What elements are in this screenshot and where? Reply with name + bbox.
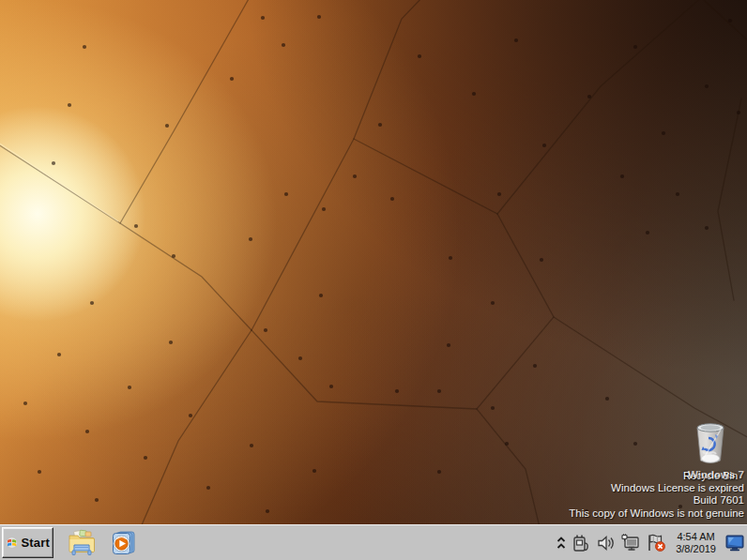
watermark-os-name: Windows 7 — [569, 469, 744, 482]
display-tray-button[interactable] — [725, 535, 744, 552]
power-tray-button[interactable] — [572, 534, 590, 552]
volume-tray-button[interactable] — [597, 535, 615, 552]
windows-explorer-launcher[interactable] — [68, 529, 96, 557]
network-tray-button[interactable] — [621, 534, 640, 552]
blue-monitor-icon — [725, 535, 744, 552]
windows-media-player-launcher[interactable] — [109, 529, 137, 557]
desktop-screen: Recycle Bin Windows 7 Windows License is… — [0, 0, 747, 560]
network-monitor-icon — [621, 534, 640, 552]
clock-date: 3/8/2019 — [676, 543, 716, 555]
taskbar-clock[interactable]: 4:54 AM 3/8/2019 — [676, 531, 716, 555]
show-hidden-icons-button[interactable] — [556, 536, 566, 551]
speaker-icon — [597, 535, 615, 552]
folder-icon — [68, 529, 96, 556]
taskbar: Start — [0, 524, 747, 560]
watermark-license-line: Windows License is expired — [569, 482, 744, 495]
media-player-icon — [110, 530, 137, 556]
desktop-wallpaper[interactable] — [0, 0, 747, 524]
double-chevron-up-icon — [556, 536, 566, 551]
start-button-label: Start — [21, 536, 50, 550]
action-center-tray-button[interactable] — [647, 534, 666, 552]
watermark-genuine-line: This copy of Windows is not genuine — [569, 507, 744, 521]
windows-watermark: Windows 7 Windows License is expired Bui… — [569, 469, 744, 520]
windows-logo-icon — [6, 535, 18, 551]
power-plug-icon — [572, 534, 590, 552]
watermark-build-line: Build 7601 — [569, 494, 744, 507]
flag-with-red-x-icon — [647, 534, 666, 552]
quick-launch-bar — [68, 529, 137, 557]
system-tray: 4:54 AM 3/8/2019 — [556, 531, 747, 555]
start-button[interactable]: Start — [2, 527, 53, 558]
recycle-bin-icon — [692, 421, 729, 465]
clock-time: 4:54 AM — [676, 531, 716, 543]
